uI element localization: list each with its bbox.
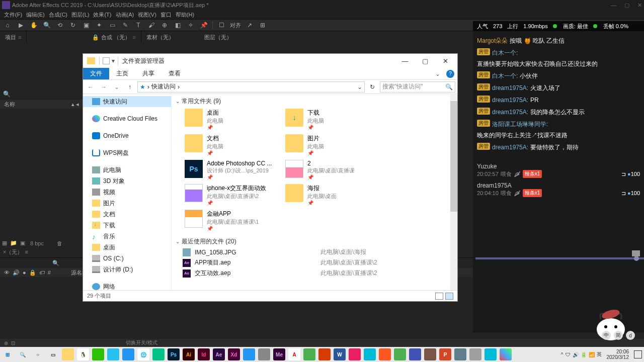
chat-username[interactable]: dream1975A:	[492, 96, 528, 105]
hand-tool-icon[interactable]: ✋	[29, 21, 38, 30]
nav-creative-cloud[interactable]: Creative Cloud Files	[83, 113, 171, 124]
recent-file-item[interactable]: Ae交互动效.aep此电脑\桌面\直播课\2	[176, 268, 453, 279]
nav-desktop[interactable]: 桌面	[83, 242, 171, 253]
taskbar-ppt[interactable]: P	[438, 347, 453, 362]
pin-icon[interactable]: 📌	[207, 125, 281, 130]
menu-view[interactable]: 视图(V)	[138, 11, 156, 19]
chat-username[interactable]: dream1975A:	[492, 143, 528, 152]
ribbon-file-tab[interactable]: 文件	[83, 68, 109, 79]
taskbar-todesk[interactable]	[121, 347, 136, 362]
tray-security-icon[interactable]: 🛡	[566, 352, 571, 357]
folder-item[interactable]: 金融APP此电脑\桌面\直播课\1📌	[183, 208, 283, 233]
menu-edit[interactable]: 编辑(E)	[26, 11, 45, 19]
taskbar-id[interactable]: Id	[196, 347, 211, 362]
notification-icon[interactable]	[634, 350, 642, 358]
lang-btn-zh[interactable]: 中	[602, 331, 611, 340]
nav-pictures[interactable]: 图片	[83, 198, 171, 209]
breadcrumb-bar[interactable]: ★ › 快速访问 › ⌄	[137, 81, 365, 93]
taskbar-aliwangwang[interactable]	[106, 347, 121, 362]
nav-this-pc[interactable]: 此电脑	[83, 164, 171, 175]
taskbar-p2[interactable]	[362, 347, 377, 362]
taskbar-media-encoder[interactable]: Me	[272, 347, 287, 362]
taskbar-xd[interactable]: Xd	[226, 347, 242, 362]
layer-panel-tab[interactable]: 图层（无）	[199, 31, 237, 43]
nav-wps[interactable]: WPS网盘	[83, 147, 171, 158]
chat-username[interactable]: 洛阳课工场琳琳同学:	[492, 120, 548, 129]
menu-window[interactable]: 窗口	[160, 11, 172, 19]
taskbar-p3[interactable]	[377, 347, 392, 362]
group-frequent-header[interactable]: ⌄常用文件夹 (9)	[176, 96, 453, 107]
num-icon[interactable]: #	[48, 269, 51, 276]
rect-tool-icon[interactable]: ▭	[108, 21, 117, 30]
toggle-icon1[interactable]: ⊕	[4, 340, 8, 346]
search-icon[interactable]: 🔍	[3, 90, 11, 98]
folder-item[interactable]: 下载此电脑📌	[283, 107, 384, 132]
pin-icon[interactable]: 📌	[307, 174, 382, 180]
bpc-label[interactable]: 8 bpc	[30, 240, 44, 246]
folder-item[interactable]: 2此电脑\桌面\直播课📌	[283, 158, 384, 182]
nav-drive-d[interactable]: 设计师 (D:)	[83, 264, 171, 275]
taskbar-ai[interactable]: Ai	[181, 347, 196, 362]
ribbon-home-tab[interactable]: 主页	[109, 68, 135, 79]
taskbar-colorful[interactable]	[498, 347, 513, 362]
taskbar-chrome[interactable]: 🌐	[136, 347, 151, 362]
qat-dropdown-icon[interactable]: ▾	[112, 57, 115, 64]
explorer-search[interactable]: 搜索"快速访问" 🔍	[380, 81, 455, 93]
switch-mode-button[interactable]: 切换开关/模式	[126, 339, 157, 346]
timeline-search-icon[interactable]: 🔍	[52, 260, 59, 266]
taskbar-word[interactable]: W	[332, 347, 347, 362]
tiles-view-button[interactable]	[445, 293, 453, 300]
nav-music[interactable]: ♪音乐	[83, 231, 171, 242]
snap-opt1-icon[interactable]: ↗	[245, 21, 254, 30]
menu-comp[interactable]: 合成(C)	[49, 11, 67, 19]
recent-file-item[interactable]: AeAPP项目.aep此电脑\桌面\直播课\2	[176, 257, 453, 268]
pin-icon[interactable]: 📌	[207, 174, 281, 180]
pin-icon[interactable]: 📌	[307, 150, 382, 156]
minimize-icon[interactable]: —	[611, 2, 616, 9]
ribbon-share-tab[interactable]: 共享	[135, 68, 162, 79]
nav-onedrive[interactable]: OneDrive	[83, 130, 171, 141]
bin-icon[interactable]: ▦	[2, 240, 7, 246]
nav-3d-objects[interactable]: 3D 对象	[83, 175, 171, 187]
taskbar-acrobat[interactable]: A	[287, 347, 302, 362]
taskbar-p1[interactable]	[347, 347, 362, 362]
maximize-button[interactable]: ▢	[415, 54, 435, 68]
pin-icon[interactable]: 📌	[207, 200, 281, 206]
tray-volume-icon[interactable]: 🔊	[573, 352, 579, 357]
comp-panel-tab[interactable]: 🔒 合成 （无） ≡	[87, 31, 141, 43]
home-tool-icon[interactable]: ⌂	[3, 21, 12, 30]
taskbar-p5[interactable]	[408, 347, 423, 362]
snap-checkbox[interactable]: ☐	[217, 21, 226, 30]
qat-icon[interactable]	[103, 57, 110, 64]
taskbar-ps[interactable]: Ps	[166, 347, 181, 362]
project-panel-tab[interactable]: 项目≡	[0, 31, 27, 43]
trash-icon[interactable]: 🗑	[57, 240, 62, 246]
nav-network[interactable]: 网络	[83, 281, 171, 290]
anchor-tool-icon[interactable]: ✦	[95, 21, 104, 30]
chat-slider[interactable]	[475, 257, 644, 259]
speaker-icon[interactable]: 🔊	[13, 269, 20, 276]
tray-battery-icon[interactable]: 🔋	[581, 352, 587, 357]
toggle-icon2[interactable]: ⊡	[11, 340, 15, 346]
pin-icon[interactable]: 📌	[307, 200, 382, 206]
close-button[interactable]: ✕	[435, 54, 455, 68]
camera-tool-icon[interactable]: ▣	[82, 21, 91, 30]
new-folder-icon[interactable]: 📁	[10, 240, 17, 246]
snap-opt2-icon[interactable]: ⊞	[258, 21, 267, 30]
scrollbar[interactable]	[450, 94, 457, 290]
taskbar-task-view[interactable]: ▭	[45, 347, 60, 362]
taskbar-explorer[interactable]	[60, 347, 75, 362]
taskbar-p6[interactable]	[423, 347, 438, 362]
forward-button[interactable]: →	[98, 81, 109, 93]
folder-item[interactable]: 文档此电脑📌	[183, 132, 283, 158]
taskbar-wechat[interactable]	[91, 347, 106, 362]
tray-network-icon[interactable]: 📶	[589, 352, 595, 357]
eraser-tool-icon[interactable]: ◧	[173, 21, 182, 30]
menu-help[interactable]: 帮助(H)	[176, 11, 194, 19]
selection-tool-icon[interactable]: ▶	[16, 21, 25, 30]
taskbar-v2[interactable]	[468, 347, 483, 362]
text-tool-icon[interactable]: T	[134, 21, 143, 30]
camera-icon[interactable]	[632, 250, 640, 256]
ribbon-expand-icon[interactable]: ⌄	[432, 70, 443, 77]
lang-btn-simp[interactable]: 简	[614, 331, 623, 340]
